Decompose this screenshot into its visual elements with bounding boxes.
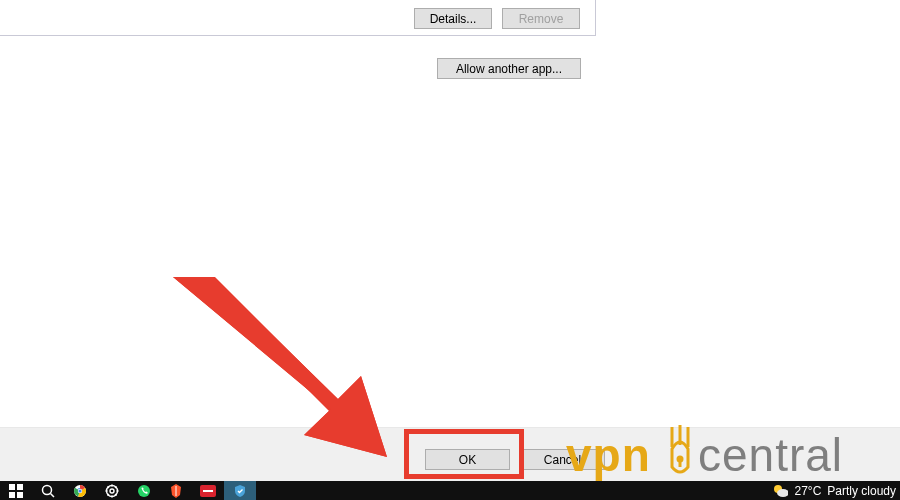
remove-button: Remove (502, 8, 580, 29)
taskbar-system-tray: 27°C Partly cloudy (772, 481, 900, 500)
taskbar-brave-icon[interactable] (160, 481, 192, 500)
svg-line-14 (51, 493, 55, 497)
taskbar-pinned-apps (0, 481, 256, 500)
svg-point-20 (110, 489, 114, 493)
weather-temperature[interactable]: 27°C (794, 484, 821, 498)
weather-description[interactable]: Partly cloudy (827, 484, 896, 498)
taskbar-security-icon[interactable] (224, 481, 256, 500)
screenshot-stage: Details... Remove Allow another app... O… (0, 0, 900, 500)
ok-button[interactable]: OK (425, 449, 510, 470)
search-icon[interactable] (32, 481, 64, 500)
svg-rect-12 (17, 492, 23, 498)
svg-marker-0 (180, 277, 380, 452)
taskbar-settings-icon[interactable] (96, 481, 128, 500)
details-button[interactable]: Details... (414, 8, 492, 29)
svg-rect-31 (203, 490, 213, 492)
allow-another-app-button[interactable]: Allow another app... (437, 58, 581, 79)
svg-rect-10 (17, 484, 23, 490)
svg-point-13 (43, 485, 52, 494)
windows-taskbar: 27°C Partly cloudy (0, 481, 900, 500)
taskbar-app-red-icon[interactable] (192, 481, 224, 500)
svg-rect-11 (9, 492, 15, 498)
weather-icon (772, 483, 788, 499)
start-button[interactable] (0, 481, 32, 500)
svg-point-18 (78, 489, 81, 492)
taskbar-chrome-icon[interactable] (64, 481, 96, 500)
svg-rect-9 (9, 484, 15, 490)
cancel-button[interactable]: Cancel (520, 449, 605, 470)
taskbar-whatsapp-icon[interactable] (128, 481, 160, 500)
